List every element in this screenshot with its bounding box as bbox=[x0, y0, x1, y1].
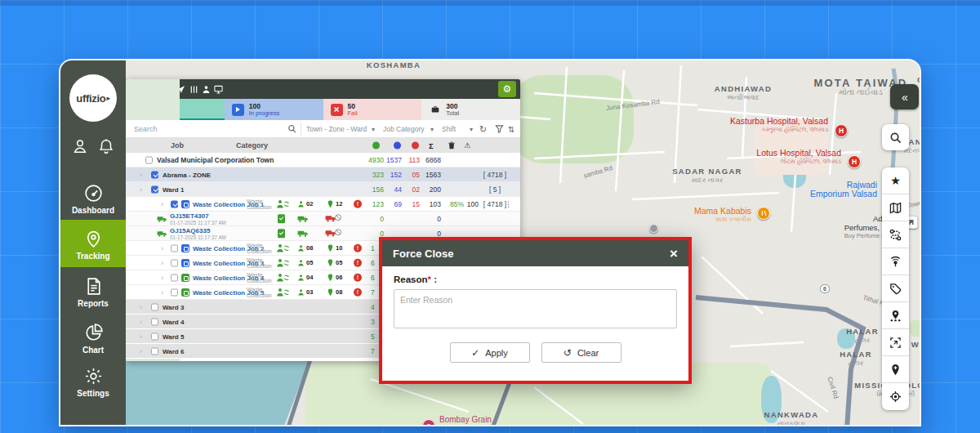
count-bracket bbox=[480, 212, 510, 225]
chart-icon bbox=[83, 323, 104, 343]
column-category[interactable]: Category bbox=[236, 141, 268, 150]
worker-sync-icon bbox=[276, 258, 289, 268]
status-card-inprogress[interactable]: 100In progress bbox=[225, 99, 323, 120]
table-row[interactable]: Valsad Municipal Corporation Town 4930 1… bbox=[126, 153, 520, 167]
workers-count: 08 bbox=[306, 244, 313, 252]
table-row[interactable]: › Waste Collection Job 1 Waste Collectio… bbox=[126, 197, 520, 212]
status-cards: 100Upcoming 100In progress 50Completed 5… bbox=[126, 99, 520, 120]
row-checkbox[interactable] bbox=[151, 347, 158, 355]
row-name[interactable]: Valsad Municipal Corporation Town bbox=[157, 156, 274, 163]
count-extra bbox=[464, 153, 479, 167]
sort-icon[interactable]: ⇅ bbox=[508, 120, 514, 138]
map-poi-label[interactable]: Rajwadi Emporium Valsad bbox=[808, 181, 877, 199]
column-job[interactable]: Job bbox=[171, 141, 184, 150]
expand-chevron-icon[interactable]: › bbox=[140, 333, 142, 341]
table-row[interactable]: › Ward 1 156 44 02 bbox=[126, 182, 520, 197]
map-poi-label[interactable]: Mama Kababisમામા કબાબીસ bbox=[660, 207, 751, 223]
map-type-button[interactable] bbox=[882, 194, 909, 221]
chevron-down-icon: ▾ bbox=[470, 126, 473, 133]
table-row[interactable]: GJ15ET4307 01-17-2025 11:17:37 AM 0 bbox=[126, 212, 520, 226]
row-name[interactable]: Ward 3 bbox=[163, 303, 184, 310]
row-menu-icon[interactable]: ⋮ bbox=[505, 200, 512, 208]
fit-screen-button[interactable] bbox=[882, 329, 909, 356]
map-area-label: KOSHAMBA bbox=[367, 60, 421, 69]
row-checkbox[interactable] bbox=[151, 303, 158, 310]
sidebar-item-settings[interactable]: Settings bbox=[60, 363, 126, 400]
poi-marker-icon[interactable] bbox=[649, 224, 658, 233]
nearby-places-icon bbox=[889, 310, 902, 322]
expand-chevron-icon[interactable]: › bbox=[140, 171, 142, 179]
map-search-button[interactable] bbox=[882, 124, 909, 150]
workers-count: 04 bbox=[306, 274, 313, 281]
points-icon bbox=[327, 244, 334, 252]
clear-button[interactable]: ↺Clear bbox=[541, 342, 621, 363]
points-icon bbox=[327, 274, 334, 281]
count-total: 103 bbox=[416, 197, 441, 211]
nearby-places-button[interactable] bbox=[882, 302, 909, 329]
live-tracking-button[interactable] bbox=[882, 248, 909, 275]
status-card-total[interactable]: 300Total bbox=[421, 99, 520, 120]
sidebar-item-chart[interactable]: Chart bbox=[60, 319, 126, 355]
row-checkbox[interactable] bbox=[151, 185, 158, 193]
checklist-icon bbox=[278, 214, 285, 223]
expand-chevron-icon[interactable]: › bbox=[140, 318, 142, 326]
map-poi-label[interactable]: Lotus Hospital, Valsadલોટસ હોસ્પિટલ, વલસ… bbox=[710, 149, 841, 165]
filter-job-category[interactable]: Job Category▾ bbox=[383, 120, 434, 138]
reason-textarea[interactable] bbox=[394, 289, 677, 328]
count-bracket: [ 4718 ] bbox=[480, 167, 510, 181]
expand-chevron-icon[interactable]: › bbox=[140, 185, 142, 194]
sidebar-item-tracking[interactable]: Tracking bbox=[60, 220, 126, 267]
map-poi-label[interactable]: Kasturba Hospital, Valsadકસ્તુરબા હોસ્પિ… bbox=[697, 117, 828, 133]
map-area-label: ANDHIAWADઅન્ધીઅવાદ bbox=[715, 84, 772, 102]
workers-count: 02 bbox=[306, 200, 313, 208]
row-name[interactable]: Abrama - ZONE bbox=[163, 171, 211, 178]
expand-chevron-icon[interactable]: › bbox=[140, 303, 142, 311]
row-name[interactable]: Ward 5 bbox=[163, 333, 184, 340]
grain-marker-icon[interactable] bbox=[422, 419, 435, 426]
restaurant-marker-icon[interactable] bbox=[757, 207, 770, 220]
collapse-panel-button[interactable]: « bbox=[890, 84, 919, 109]
tags-button[interactable] bbox=[882, 275, 909, 302]
favorites-button[interactable]: ★ bbox=[882, 167, 909, 194]
close-icon[interactable]: × bbox=[670, 247, 678, 261]
truck-inactive-icon bbox=[325, 229, 341, 238]
points-count: 08 bbox=[336, 288, 342, 296]
columns-icon[interactable] bbox=[189, 85, 198, 94]
monitor-icon[interactable] bbox=[214, 85, 223, 94]
filter-shift[interactable]: Shift▾ bbox=[442, 120, 473, 138]
row-checkbox[interactable] bbox=[151, 318, 158, 325]
hospital-marker-icon[interactable]: H bbox=[848, 155, 861, 168]
row-checkbox[interactable] bbox=[145, 156, 153, 163]
my-location-button[interactable] bbox=[882, 383, 909, 410]
map-toolbar: ★ bbox=[882, 167, 909, 410]
search-input[interactable] bbox=[132, 123, 271, 136]
user-icon[interactable] bbox=[71, 137, 89, 155]
row-name[interactable]: Ward 6 bbox=[163, 347, 184, 355]
person-icon[interactable] bbox=[202, 85, 211, 94]
sidebar-item-reports[interactable]: Reports bbox=[60, 273, 126, 307]
table-row[interactable]: › Abrama - ZONE 323 152 05 bbox=[126, 167, 520, 182]
add-place-button[interactable] bbox=[882, 356, 909, 383]
expand-chevron-icon[interactable]: › bbox=[140, 347, 142, 355]
play-icon bbox=[232, 104, 244, 116]
refresh-icon[interactable]: ↻ bbox=[479, 120, 487, 138]
panel-settings-button[interactable]: ⚙ bbox=[498, 81, 516, 97]
apply-button[interactable]: ✓Apply bbox=[450, 342, 530, 363]
count-extra: 100 bbox=[464, 197, 479, 211]
trash-icon[interactable] bbox=[448, 141, 456, 150]
truck-active-icon bbox=[297, 215, 309, 223]
search-icon[interactable] bbox=[287, 124, 296, 133]
sidebar-item-dashboard[interactable]: Dashboard bbox=[60, 180, 126, 216]
bell-icon[interactable] bbox=[97, 137, 115, 155]
row-name[interactable]: Ward 4 bbox=[163, 318, 184, 325]
hospital-marker-icon[interactable]: H bbox=[835, 124, 848, 137]
row-name[interactable]: Ward 1 bbox=[163, 185, 184, 193]
routes-button[interactable] bbox=[882, 221, 909, 248]
status-card-fail[interactable]: 50Fail bbox=[323, 99, 422, 120]
filter-icon[interactable] bbox=[495, 124, 504, 133]
map-poi-label[interactable]: Bombay GrainDealers Association bbox=[439, 415, 537, 426]
filter-town-zone-ward[interactable]: Town - Zone - Ward▾ bbox=[306, 120, 375, 138]
row-checkbox[interactable] bbox=[151, 171, 158, 178]
row-checkbox[interactable] bbox=[151, 333, 158, 340]
route-badge: 6 bbox=[820, 284, 830, 293]
